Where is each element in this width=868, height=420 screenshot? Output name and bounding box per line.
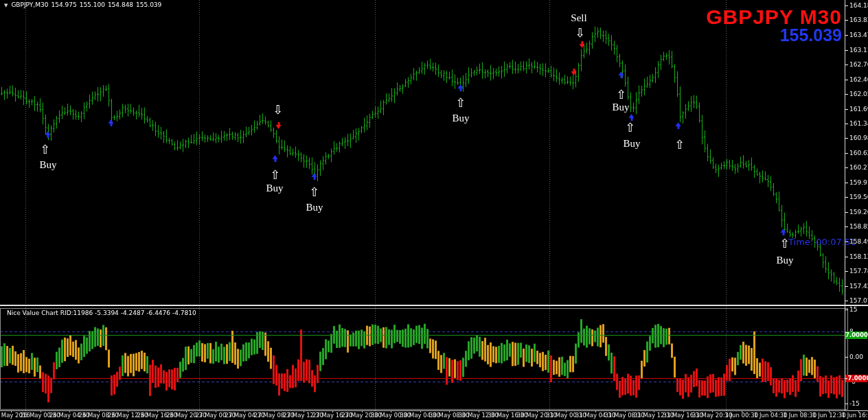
buy-label: Buy xyxy=(776,255,793,266)
time-axis: 25 May 201626 May 00:3026 May 04:3026 Ma… xyxy=(0,412,868,420)
price-tick-label: 162.400 xyxy=(849,76,868,83)
white-up-arrow-icon: ⇧ xyxy=(309,186,319,198)
symbol-period-label: GBPJPY,M30 xyxy=(11,1,48,8)
time-tick-label: 1 Jun 00:30 xyxy=(724,412,758,419)
price-tick-label: 163.110 xyxy=(849,47,868,54)
ohlc-high: 155.100 xyxy=(80,1,105,8)
mt4-chart-window: ▼GBPJPY,M30154.975155.100154.848155.039 … xyxy=(0,0,868,420)
ohlc-close: 155.039 xyxy=(136,1,161,8)
white-down-arrow-icon: ⇩ xyxy=(575,27,585,39)
ohlc-open: 154.975 xyxy=(51,1,76,8)
price-tick-label: 163.830 xyxy=(849,16,868,23)
white-up-arrow-icon: ⇧ xyxy=(779,237,790,250)
buy-signal-arrow xyxy=(619,71,625,79)
buy-signal-arrow xyxy=(781,229,787,236)
time-tick-label: 1 Jun 04:30 xyxy=(754,412,788,419)
buy-label: Buy xyxy=(452,113,469,124)
time-tick-label: 1 Jun 08:30 xyxy=(784,412,817,419)
buy-signal-arrow xyxy=(45,131,52,139)
lower-level-badge: -7.0000 xyxy=(845,375,867,382)
price-tick-label: 157.420 xyxy=(849,283,868,290)
white-up-arrow-icon: ⇧ xyxy=(455,97,466,109)
buy-signal-arrow xyxy=(108,119,115,127)
price-tick-label: 157.070 xyxy=(849,297,868,304)
price-tick-label: 163.470 xyxy=(849,32,868,38)
buy-label: Buy xyxy=(39,159,56,171)
price-tick-label: 162.760 xyxy=(849,61,868,68)
buy-signal-arrow xyxy=(312,173,318,180)
indicator-tick-label: 0.00 xyxy=(849,353,863,360)
price-tick-label: 160.270 xyxy=(849,164,868,171)
watermark-price: 155.039 xyxy=(780,25,842,45)
price-tick-label: 158.130 xyxy=(849,253,868,260)
buy-signal-arrow xyxy=(273,155,279,163)
white-up-arrow-icon: ⇧ xyxy=(40,143,50,156)
buy-signal-arrow xyxy=(458,84,464,92)
white-up-arrow-icon: ⇧ xyxy=(625,121,635,134)
price-tick-label: 158.490 xyxy=(849,238,868,245)
white-up-arrow-icon: ⇧ xyxy=(616,89,626,101)
price-tick-label: 159.910 xyxy=(849,179,868,186)
upper-level-badge: 7.0000 xyxy=(845,331,867,339)
chart-canvas[interactable] xyxy=(0,0,868,420)
indicator-title: Nice Value Chart RID:11986 -5.3394 -4.24… xyxy=(7,310,196,316)
price-tick-label: 159.560 xyxy=(849,194,868,200)
price-tick-label: 161.690 xyxy=(849,106,868,113)
buy-label: Buy xyxy=(266,183,283,194)
indicator-tick-label: -15 xyxy=(849,400,860,407)
time-tick-label: 1 Jun 12:30 xyxy=(812,412,846,419)
price-tick-label: 164.180 xyxy=(849,2,868,9)
white-up-arrow-icon: ⇧ xyxy=(674,139,685,151)
price-tick-label: 160.620 xyxy=(849,150,868,156)
sell-signal-arrow xyxy=(580,40,586,48)
white-down-arrow-icon: ⇩ xyxy=(273,104,283,116)
white-up-arrow-icon: ⇧ xyxy=(270,169,280,181)
sell-signal-arrow xyxy=(276,121,282,129)
ohlc-low: 154.848 xyxy=(108,1,133,8)
sell-signal-arrow xyxy=(571,68,578,75)
dropdown-triangle-icon[interactable]: ▼ xyxy=(4,3,8,8)
price-tick-label: 159.200 xyxy=(849,209,868,215)
buy-label: Buy xyxy=(623,138,640,150)
price-tick-label: 160.980 xyxy=(849,135,868,141)
indicator-tick-label: 15 xyxy=(849,306,857,313)
buy-label: Buy xyxy=(612,102,629,113)
candle-countdown-text: Time: 00:07:51 xyxy=(788,237,856,247)
price-tick-label: 162.050 xyxy=(849,91,868,97)
buy-label: Buy xyxy=(306,202,323,213)
price-tick-label: 161.340 xyxy=(849,120,868,127)
buy-signal-arrow xyxy=(676,122,682,130)
time-tick-label: 1 Jun 16:30 xyxy=(842,412,868,419)
symbol-ohlc-overlay: ▼GBPJPY,M30154.975155.100154.848155.039 xyxy=(4,1,164,8)
sell-label: Sell xyxy=(571,12,586,24)
price-tick-label: 157.780 xyxy=(849,268,868,275)
price-tick-label: 158.850 xyxy=(849,223,868,230)
